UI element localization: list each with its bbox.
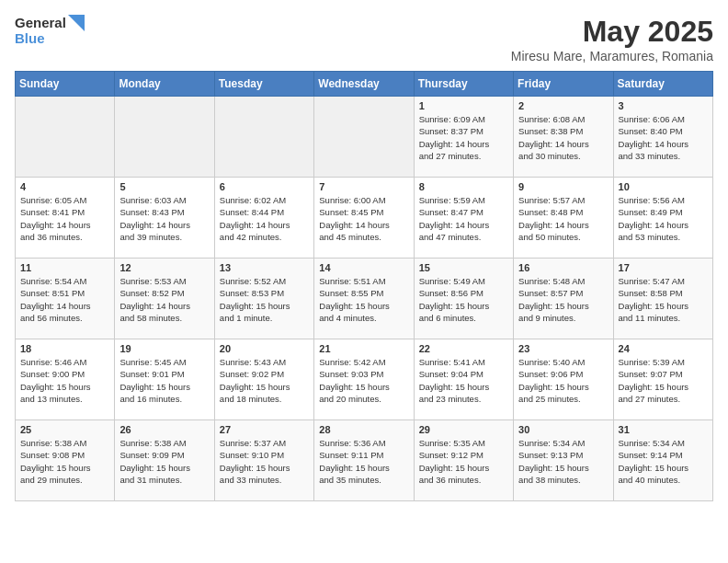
day-number: 13 bbox=[220, 262, 309, 273]
day-number: 15 bbox=[419, 262, 508, 273]
day-info: Sunrise: 5:39 AM Sunset: 9:07 PM Dayligh… bbox=[619, 356, 708, 405]
day-number: 7 bbox=[319, 181, 408, 192]
svg-marker-0 bbox=[68, 15, 85, 31]
header-tuesday: Tuesday bbox=[214, 72, 313, 97]
calendar-cell-4-1: 26Sunrise: 5:38 AM Sunset: 9:09 PM Dayli… bbox=[115, 420, 214, 501]
calendar-cell-0-3 bbox=[314, 97, 414, 178]
day-number: 21 bbox=[319, 343, 408, 354]
week-row-5: 25Sunrise: 5:38 AM Sunset: 9:08 PM Dayli… bbox=[16, 420, 713, 501]
day-info: Sunrise: 6:05 AM Sunset: 8:41 PM Dayligh… bbox=[20, 194, 109, 243]
day-number: 22 bbox=[419, 343, 508, 354]
calendar-cell-3-2: 20Sunrise: 5:43 AM Sunset: 9:02 PM Dayli… bbox=[214, 339, 313, 420]
day-number: 11 bbox=[20, 262, 109, 273]
day-number: 1 bbox=[419, 100, 508, 111]
header-friday: Friday bbox=[514, 72, 613, 97]
day-info: Sunrise: 6:00 AM Sunset: 8:45 PM Dayligh… bbox=[319, 194, 408, 243]
day-info: Sunrise: 5:53 AM Sunset: 8:52 PM Dayligh… bbox=[119, 275, 209, 324]
day-info: Sunrise: 5:41 AM Sunset: 9:04 PM Dayligh… bbox=[419, 356, 508, 405]
day-info: Sunrise: 5:47 AM Sunset: 8:58 PM Dayligh… bbox=[619, 275, 708, 324]
day-info: Sunrise: 5:37 AM Sunset: 9:10 PM Dayligh… bbox=[220, 437, 309, 486]
calendar-cell-4-5: 30Sunrise: 5:34 AM Sunset: 9:13 PM Dayli… bbox=[514, 420, 613, 501]
day-info: Sunrise: 6:08 AM Sunset: 8:38 PM Dayligh… bbox=[518, 113, 608, 162]
calendar-cell-3-1: 19Sunrise: 5:45 AM Sunset: 9:01 PM Dayli… bbox=[115, 339, 214, 420]
day-info: Sunrise: 5:34 AM Sunset: 9:13 PM Dayligh… bbox=[518, 437, 608, 486]
calendar-cell-1-1: 5Sunrise: 6:03 AM Sunset: 8:43 PM Daylig… bbox=[115, 178, 214, 259]
calendar-cell-4-4: 29Sunrise: 5:35 AM Sunset: 9:12 PM Dayli… bbox=[414, 420, 513, 501]
day-info: Sunrise: 6:09 AM Sunset: 8:37 PM Dayligh… bbox=[419, 113, 508, 162]
day-number: 24 bbox=[619, 343, 708, 354]
day-number: 25 bbox=[20, 424, 109, 435]
day-info: Sunrise: 5:38 AM Sunset: 9:09 PM Dayligh… bbox=[119, 437, 209, 486]
calendar-cell-2-1: 12Sunrise: 5:53 AM Sunset: 8:52 PM Dayli… bbox=[115, 259, 214, 339]
logo-general: General bbox=[15, 16, 66, 31]
calendar-cell-1-0: 4Sunrise: 6:05 AM Sunset: 8:41 PM Daylig… bbox=[16, 178, 115, 259]
logo-blue: Blue bbox=[15, 31, 85, 47]
logo-triangle-icon bbox=[68, 15, 85, 31]
day-info: Sunrise: 5:49 AM Sunset: 8:56 PM Dayligh… bbox=[419, 275, 508, 324]
calendar-cell-2-0: 11Sunrise: 5:54 AM Sunset: 8:51 PM Dayli… bbox=[16, 259, 115, 339]
month-title: May 2025 bbox=[511, 15, 713, 49]
day-info: Sunrise: 5:54 AM Sunset: 8:51 PM Dayligh… bbox=[20, 275, 109, 324]
week-row-3: 11Sunrise: 5:54 AM Sunset: 8:51 PM Dayli… bbox=[16, 259, 713, 339]
calendar-cell-3-3: 21Sunrise: 5:42 AM Sunset: 9:03 PM Dayli… bbox=[314, 339, 414, 420]
week-row-4: 18Sunrise: 5:46 AM Sunset: 9:00 PM Dayli… bbox=[16, 339, 713, 420]
calendar-cell-1-2: 6Sunrise: 6:02 AM Sunset: 8:44 PM Daylig… bbox=[214, 178, 313, 259]
calendar-cell-3-0: 18Sunrise: 5:46 AM Sunset: 9:00 PM Dayli… bbox=[16, 339, 115, 420]
calendar-cell-1-5: 9Sunrise: 5:57 AM Sunset: 8:48 PM Daylig… bbox=[514, 178, 613, 259]
calendar-cell-3-4: 22Sunrise: 5:41 AM Sunset: 9:04 PM Dayli… bbox=[414, 339, 513, 420]
day-info: Sunrise: 6:06 AM Sunset: 8:40 PM Dayligh… bbox=[619, 113, 708, 162]
calendar-cell-4-0: 25Sunrise: 5:38 AM Sunset: 9:08 PM Dayli… bbox=[16, 420, 115, 501]
calendar-cell-0-1 bbox=[115, 97, 214, 178]
calendar-cell-2-3: 14Sunrise: 5:51 AM Sunset: 8:55 PM Dayli… bbox=[314, 259, 414, 339]
day-info: Sunrise: 5:34 AM Sunset: 9:14 PM Dayligh… bbox=[619, 437, 708, 486]
calendar-header-row: SundayMondayTuesdayWednesdayThursdayFrid… bbox=[16, 72, 713, 97]
calendar-cell-0-0 bbox=[16, 97, 115, 178]
calendar-cell-1-4: 8Sunrise: 5:59 AM Sunset: 8:47 PM Daylig… bbox=[414, 178, 513, 259]
day-info: Sunrise: 5:40 AM Sunset: 9:06 PM Dayligh… bbox=[518, 356, 608, 405]
day-number: 26 bbox=[119, 424, 209, 435]
calendar-cell-4-6: 31Sunrise: 5:34 AM Sunset: 9:14 PM Dayli… bbox=[613, 420, 712, 501]
title-area: May 2025 Miresu Mare, Maramures, Romania bbox=[511, 15, 713, 63]
day-info: Sunrise: 5:43 AM Sunset: 9:02 PM Dayligh… bbox=[220, 356, 309, 405]
day-number: 8 bbox=[419, 181, 508, 192]
day-info: Sunrise: 5:48 AM Sunset: 8:57 PM Dayligh… bbox=[518, 275, 608, 324]
week-row-1: 1Sunrise: 6:09 AM Sunset: 8:37 PM Daylig… bbox=[16, 97, 713, 178]
day-info: Sunrise: 5:51 AM Sunset: 8:55 PM Dayligh… bbox=[319, 275, 408, 324]
calendar-cell-2-2: 13Sunrise: 5:52 AM Sunset: 8:53 PM Dayli… bbox=[214, 259, 313, 339]
calendar-cell-1-3: 7Sunrise: 6:00 AM Sunset: 8:45 PM Daylig… bbox=[314, 178, 414, 259]
header-sunday: Sunday bbox=[16, 72, 115, 97]
day-info: Sunrise: 5:38 AM Sunset: 9:08 PM Dayligh… bbox=[20, 437, 109, 486]
week-row-2: 4Sunrise: 6:05 AM Sunset: 8:41 PM Daylig… bbox=[16, 178, 713, 259]
day-number: 3 bbox=[619, 100, 708, 111]
calendar-table: SundayMondayTuesdayWednesdayThursdayFrid… bbox=[15, 71, 713, 501]
header-monday: Monday bbox=[115, 72, 214, 97]
day-number: 10 bbox=[619, 181, 708, 192]
calendar-cell-4-3: 28Sunrise: 5:36 AM Sunset: 9:11 PM Dayli… bbox=[314, 420, 414, 501]
day-number: 20 bbox=[220, 343, 309, 354]
day-info: Sunrise: 5:35 AM Sunset: 9:12 PM Dayligh… bbox=[419, 437, 508, 486]
day-info: Sunrise: 5:36 AM Sunset: 9:11 PM Dayligh… bbox=[319, 437, 408, 486]
day-info: Sunrise: 6:03 AM Sunset: 8:43 PM Dayligh… bbox=[119, 194, 209, 243]
day-number: 16 bbox=[518, 262, 608, 273]
day-info: Sunrise: 5:56 AM Sunset: 8:49 PM Dayligh… bbox=[619, 194, 708, 243]
day-number: 14 bbox=[319, 262, 408, 273]
day-number: 27 bbox=[220, 424, 309, 435]
calendar-cell-1-6: 10Sunrise: 5:56 AM Sunset: 8:49 PM Dayli… bbox=[613, 178, 712, 259]
day-number: 19 bbox=[119, 343, 209, 354]
logo: General Blue bbox=[15, 15, 85, 47]
day-info: Sunrise: 5:52 AM Sunset: 8:53 PM Dayligh… bbox=[220, 275, 309, 324]
day-number: 17 bbox=[619, 262, 708, 273]
day-number: 5 bbox=[119, 181, 209, 192]
day-number: 2 bbox=[518, 100, 608, 111]
day-number: 30 bbox=[518, 424, 608, 435]
day-info: Sunrise: 5:45 AM Sunset: 9:01 PM Dayligh… bbox=[119, 356, 209, 405]
calendar-cell-0-4: 1Sunrise: 6:09 AM Sunset: 8:37 PM Daylig… bbox=[414, 97, 513, 178]
day-number: 12 bbox=[119, 262, 209, 273]
day-number: 18 bbox=[20, 343, 109, 354]
day-number: 4 bbox=[20, 181, 109, 192]
day-info: Sunrise: 5:57 AM Sunset: 8:48 PM Dayligh… bbox=[518, 194, 608, 243]
calendar-cell-0-5: 2Sunrise: 6:08 AM Sunset: 8:38 PM Daylig… bbox=[514, 97, 613, 178]
calendar-cell-0-2 bbox=[214, 97, 313, 178]
page-header: General Blue May 2025 Miresu Mare, Maram… bbox=[15, 15, 713, 63]
day-number: 9 bbox=[518, 181, 608, 192]
